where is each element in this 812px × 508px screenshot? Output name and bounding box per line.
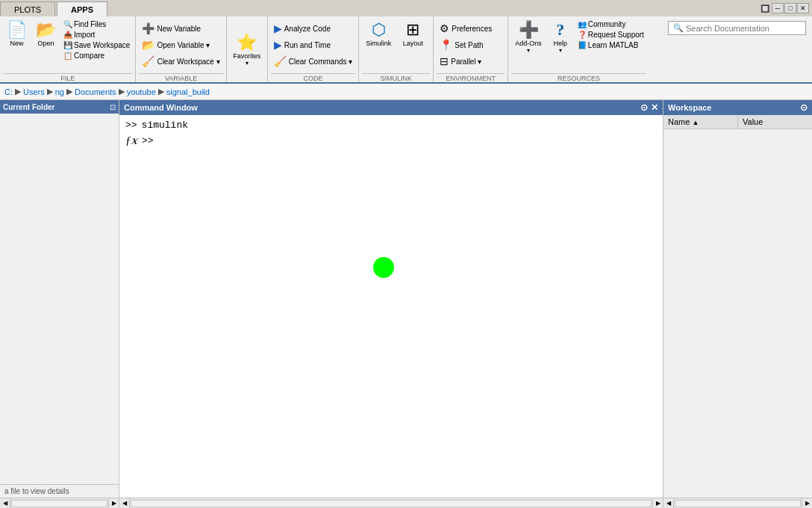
left-panel-title: Current Folder: [3, 103, 54, 111]
maximize-btn[interactable]: □: [784, 3, 796, 13]
simulink-btn[interactable]: ⬡ Simulink: [362, 18, 395, 49]
ws-scroll-right-btn[interactable]: ▶: [802, 498, 812, 509]
save-workspace-btn[interactable]: 💾 Save Workspace: [61, 40, 132, 50]
address-sep-3: ▶: [66, 87, 72, 96]
workspace-title: Workspace: [668, 103, 712, 112]
fx-icon: ƒ𝑥: [125, 134, 137, 147]
add-ons-btn[interactable]: ➕ Add-Ons ▾: [511, 18, 546, 56]
ribbon-group-resources: ➕ Add-Ons ▾ ? Help ▾ 👥 Community ❓ Reque…: [508, 16, 649, 82]
cmd-text-simulink: simulink: [142, 120, 188, 131]
cmd-scroll-track: [131, 500, 652, 507]
search-documentation[interactable]: 🔍: [668, 21, 806, 35]
ribbon-group-code: ▶ Analyze Code ▶ Run and Time 🧹 Clear Co…: [268, 16, 360, 82]
address-c[interactable]: C:: [4, 87, 13, 96]
workspace-table: Name ▲ Value: [663, 115, 812, 129]
window-controls: ─ □ ✕: [772, 3, 809, 13]
cmd-line-1: >> simulink: [125, 120, 657, 131]
search-doc-icon: 🔍: [673, 23, 684, 33]
parallel-btn[interactable]: ⊟ Parallel ▾: [437, 54, 505, 69]
community-btn[interactable]: 👥 Community: [575, 19, 646, 29]
preferences-btn[interactable]: ⚙ Preferences: [437, 21, 505, 36]
open-variable-icon: 📂: [142, 39, 154, 51]
address-sep-5: ▶: [158, 87, 164, 96]
request-support-btn[interactable]: ❓ Request Support: [575, 30, 646, 40]
search-doc-input[interactable]: [686, 24, 801, 33]
close-btn[interactable]: ✕: [797, 3, 809, 13]
clear-workspace-icon: 🧹: [142, 55, 154, 67]
cmd-prompt-1: >>: [125, 120, 137, 131]
address-sep-1: ▶: [15, 87, 21, 96]
workspace-col-value[interactable]: Value: [738, 115, 813, 129]
preferences-icon: ⚙: [440, 22, 449, 34]
address-ng[interactable]: ng: [55, 87, 64, 96]
cmd-scroll-left-btn[interactable]: ◀: [119, 498, 130, 509]
simulink-icon: ⬡: [372, 20, 386, 40]
cmd-window-icon-1[interactable]: ⊙: [640, 102, 648, 113]
new-script-btn[interactable]: 📄 New: [3, 18, 31, 49]
help-btn[interactable]: ? Help ▾: [547, 18, 574, 56]
run-and-time-btn[interactable]: ▶ Run and Time: [271, 37, 356, 52]
workspace-panel: Workspace ⊙ Name ▲ Value ◀: [663, 100, 812, 508]
scroll-left-btn[interactable]: ◀: [0, 498, 10, 509]
address-sep-2: ▶: [47, 87, 53, 96]
scroll-right-btn[interactable]: ▶: [108, 498, 119, 509]
cmd-scroll-right-btn[interactable]: ▶: [652, 498, 663, 509]
workspace-col-name[interactable]: Name ▲: [663, 115, 738, 129]
workspace-expand-icon[interactable]: ⊙: [800, 102, 808, 113]
left-panel-status: a file to view details: [4, 487, 69, 495]
compare-btn[interactable]: 📋 Compare: [61, 51, 132, 61]
ribbon-group-variable: ➕ New Variable 📂 Open Variable ▾ 🧹 Clear…: [136, 16, 226, 82]
request-support-icon: ❓: [578, 31, 587, 39]
favorites-icon: ⭐: [237, 33, 257, 52]
minimize-icon: 🔲: [761, 4, 769, 13]
new-variable-btn[interactable]: ➕ New Variable: [139, 21, 222, 36]
import-data-btn[interactable]: 📥 Import: [61, 30, 132, 40]
clear-workspace-btn[interactable]: 🧹 Clear Workspace ▾: [139, 54, 222, 69]
left-panel: Current Folder ⊡ a file to view details …: [0, 100, 119, 508]
import-icon: 📥: [63, 31, 72, 39]
ws-scroll-left-btn[interactable]: ◀: [663, 498, 674, 509]
address-users[interactable]: Users: [23, 87, 45, 96]
green-dot: [373, 257, 394, 278]
help-icon: ?: [556, 20, 564, 40]
add-ons-icon: ➕: [519, 20, 539, 40]
set-path-icon: 📍: [440, 39, 452, 51]
open-btn[interactable]: 📂 Open: [32, 18, 60, 49]
save-workspace-icon: 💾: [63, 41, 72, 49]
workspace-titlebar: Workspace ⊙: [663, 100, 812, 115]
cmd-line-2: ƒ𝑥 >>: [125, 134, 657, 147]
tab-plots[interactable]: PLOTS: [0, 1, 55, 16]
address-bar: C: ▶ Users ▶ ng ▶ Documents ▶ youtube ▶ …: [0, 84, 812, 100]
scroll-track-h: [11, 500, 107, 507]
cmd-window-close-icon[interactable]: ✕: [651, 102, 658, 113]
minimize-btn[interactable]: ─: [772, 3, 784, 13]
favorites-btn[interactable]: ⭐ Favorites ▾: [227, 16, 268, 82]
compare-icon: 📋: [63, 52, 72, 60]
address-documents[interactable]: Documents: [75, 87, 116, 96]
ribbon-group-environment: ⚙ Preferences 📍 Set Path ⊟ Parallel ▾ EN…: [434, 16, 508, 82]
learn-matlab-icon: 📘: [578, 41, 587, 49]
clear-commands-btn[interactable]: 🧹 Clear Commands ▾: [271, 54, 356, 69]
layout-btn[interactable]: ⊞ Layout: [398, 18, 428, 49]
community-icon: 👥: [578, 20, 587, 28]
command-window-content[interactable]: >> simulink ƒ𝑥 >>: [119, 115, 663, 498]
run-time-icon: ▶: [274, 39, 282, 51]
command-window-titlebar: Command Window ⊙ ✕: [119, 100, 663, 115]
find-files-btn[interactable]: 🔍 Find Files: [61, 19, 132, 29]
new-script-icon: 📄: [7, 20, 27, 40]
address-youtube[interactable]: youtube: [127, 87, 156, 96]
address-signal-build[interactable]: signal_build: [166, 87, 210, 96]
open-icon: 📂: [36, 20, 56, 40]
new-variable-icon: ➕: [142, 22, 154, 34]
open-variable-btn[interactable]: 📂 Open Variable ▾: [139, 37, 222, 52]
set-path-btn[interactable]: 📍 Set Path: [437, 37, 505, 52]
cmd-prompt-2: >>: [142, 135, 154, 146]
learn-matlab-btn[interactable]: 📘 Learn MATLAB: [575, 40, 646, 50]
ribbon-group-simulink: ⬡ Simulink ⊞ Layout SIMULINK: [359, 16, 434, 82]
sort-arrow-name: ▲: [692, 119, 699, 126]
address-sep-4: ▶: [119, 87, 125, 96]
left-panel-expand-icon[interactable]: ⊡: [110, 103, 116, 111]
tab-apps[interactable]: APPS: [57, 1, 107, 16]
analyze-code-btn[interactable]: ▶ Analyze Code: [271, 21, 356, 36]
command-window-panel: Command Window ⊙ ✕ >> simulink ƒ𝑥 >> ◀: [119, 100, 663, 508]
